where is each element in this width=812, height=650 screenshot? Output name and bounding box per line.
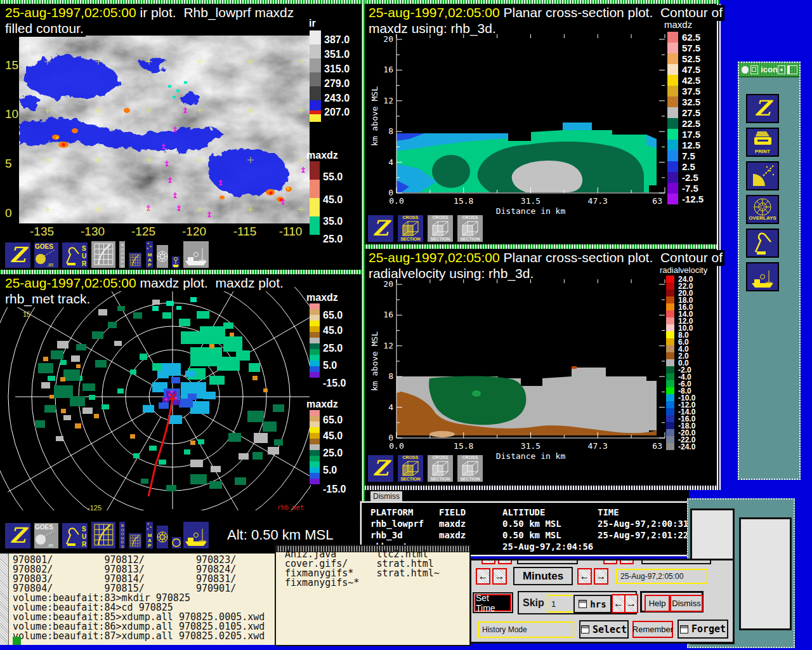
window-ppi-plot: 25-aug-1997,02:05:00 maxdz plot. maxdz p… <box>0 274 362 554</box>
bounds-overlay-button[interactable]: BOUNDS <box>118 240 126 269</box>
arrow-button-fragment[interactable] <box>603 559 617 564</box>
select-button[interactable]: Select <box>579 620 629 639</box>
step-back-button[interactable]: ← <box>577 568 592 585</box>
svg-text:P: P <box>148 543 152 548</box>
terminal-scrollbar[interactable] <box>0 554 9 645</box>
colorbar-tick: -15.0 <box>323 484 346 495</box>
bounds-overlay-button[interactable]: BOUNDS <box>118 521 126 550</box>
print-palette-button[interactable]: PRINT <box>746 128 779 157</box>
colorbar-swatch <box>666 303 674 310</box>
zebra-logo-button[interactable]: Z <box>4 522 32 550</box>
zebra-logo-button[interactable]: Z <box>4 241 32 269</box>
hrs-unit-button[interactable]: hrs <box>573 595 612 613</box>
svg-text:*: * <box>150 525 152 531</box>
colorbar-tick: 25.0 <box>323 343 343 354</box>
time-field[interactable]: 25-Aug-97,2:05:00 <box>616 569 708 584</box>
status-cell: rhb_lowprf <box>370 518 439 529</box>
status-cell: 0.50 km MSL <box>502 518 598 529</box>
azimuth-wheel-overlay-button[interactable] <box>155 244 169 269</box>
step-forward-button[interactable]: → <box>624 594 638 613</box>
surveillance-radar-button[interactable]: SUR <box>61 522 89 550</box>
maximize-icon[interactable] <box>787 65 797 74</box>
colorbar-tick: 387.0 <box>324 34 350 46</box>
small-grid-overlay-button[interactable] <box>128 251 143 269</box>
lon-tick-label: -135 <box>27 225 57 239</box>
arrow-button-fragment[interactable] <box>481 559 495 564</box>
arrow-button-fragment[interactable] <box>498 559 512 564</box>
azimuth-wheel-overlay-button[interactable] <box>155 524 169 550</box>
ship-overlay-button[interactable] <box>182 521 210 550</box>
zebra-logo-button[interactable]: Z <box>367 454 395 483</box>
skip-group: Skip 1 hrs ← → <box>518 591 637 614</box>
xterm-file-listing-window[interactable]: Ahiz.java ltc2.htmlcover.gifs/ strat.htm… <box>275 545 471 646</box>
svg-text:D: D <box>121 260 124 263</box>
svg-text:O: O <box>121 528 124 532</box>
colorbar-tick: 25.0 <box>323 448 343 459</box>
help-button[interactable]: Help <box>645 595 670 612</box>
maxdz-colorbar-label: maxdz <box>306 292 338 303</box>
arrow-button-fragment[interactable] <box>620 559 634 564</box>
status-dismiss-button[interactable]: Dismiss <box>370 491 403 502</box>
palette-title: icon <box>761 65 778 74</box>
cross-section-active-button[interactable]: CROSSSECTION <box>396 454 424 483</box>
step-back-button[interactable]: ← <box>612 594 625 613</box>
button-fragment[interactable] <box>517 559 578 564</box>
cross-section-button[interactable]: CROSSSECTION <box>426 454 454 483</box>
colorbar-tick: 57.5 <box>682 43 700 53</box>
set-time-button[interactable]: Set Time <box>475 594 511 611</box>
small-grid-overlay-button[interactable] <box>128 532 143 550</box>
colorbar-tick: 47.5 <box>682 64 700 75</box>
colorbar-swatch <box>667 43 678 53</box>
zebra-logo-button[interactable]: Z <box>367 214 395 243</box>
iconify-icon[interactable] <box>750 65 759 74</box>
satellite-palette-button[interactable] <box>746 161 779 190</box>
status-col-header: ALTITUDE <box>502 507 598 518</box>
ship-overlay-button[interactable] <box>182 240 210 269</box>
cross-section-button[interactable]: CROSSSECTION <box>456 454 484 483</box>
grid-overlay-button[interactable] <box>90 240 117 269</box>
window-frame-strip <box>717 4 721 490</box>
colorbar-swatch <box>667 86 678 96</box>
skip-value-field[interactable]: 1 <box>547 595 575 613</box>
range-ring-overlay-button[interactable] <box>171 536 182 550</box>
surveillance-radar-button[interactable]: SUR <box>61 241 89 269</box>
restore-icon[interactable] <box>778 65 786 74</box>
palette-titlebar[interactable]: icon <box>739 63 799 77</box>
history-mode-field[interactable]: History Mode <box>478 621 574 638</box>
ir-colorbar: 387.0351.0315.0279.0243.0207.0 <box>310 30 360 123</box>
cross-section-active-button[interactable]: CROSSSECTION <box>396 214 424 243</box>
colorbar-swatch <box>667 150 678 161</box>
dismiss-button[interactable]: Dismiss <box>670 595 703 612</box>
colorbar-swatch <box>666 310 674 317</box>
colorbar-swatch <box>666 436 674 443</box>
goes-ir-overlay-button[interactable]: GOES.IR <box>33 522 60 550</box>
minutes-button[interactable]: Minutes <box>513 567 573 585</box>
remember-button[interactable]: Remember <box>632 621 673 638</box>
colorbar-swatch <box>666 345 674 352</box>
step-forward-button[interactable]: → <box>492 568 507 585</box>
map-overlay-button[interactable]: ***MAP <box>145 521 154 550</box>
goes-ir-overlay-button[interactable]: GOES.IR <box>33 241 60 269</box>
svg-text:Z: Z <box>373 456 392 481</box>
buoy-overlay-button[interactable] <box>171 255 181 269</box>
svg-text:47.3: 47.3 <box>588 196 608 206</box>
button-fragment[interactable] <box>641 559 711 564</box>
overlays-palette-button[interactable]: OVERLAYS <box>746 195 779 224</box>
step-forward-button[interactable]: → <box>594 568 608 585</box>
antenna-palette-button[interactable] <box>746 229 779 258</box>
grid-overlay-button[interactable] <box>90 521 117 550</box>
map-overlay-button[interactable]: ***MAP <box>145 240 154 269</box>
window-title-line2: filled contour. <box>5 21 86 37</box>
window-menu-icon[interactable] <box>742 66 749 74</box>
svg-text:S: S <box>82 526 86 533</box>
svg-text:B: B <box>121 243 123 247</box>
cross-section-button[interactable]: CROSSSECTION <box>426 214 454 243</box>
altitude-label: Alt: 0.50 km MSL <box>227 527 334 543</box>
zebra-logo-palette-button[interactable]: Z <box>746 94 779 123</box>
step-back-button[interactable]: ← <box>476 568 490 585</box>
colorbar-swatch <box>666 331 674 338</box>
svg-text:U: U <box>121 532 123 536</box>
forget-button[interactable]: Forget <box>678 620 728 639</box>
cross-section-button[interactable]: CROSSSECTION <box>456 214 484 243</box>
ship-palette-button[interactable] <box>746 262 779 291</box>
